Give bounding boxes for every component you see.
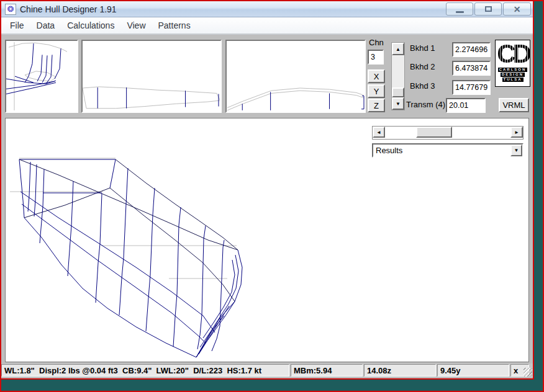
axis-z-button[interactable]: Z <box>368 99 385 112</box>
scroll-up-button[interactable]: ▲ <box>392 43 404 55</box>
close-icon: ✕ <box>514 5 521 14</box>
results-dropdown[interactable]: Results ▼ <box>372 143 524 158</box>
scroll-down-button[interactable]: ▼ <box>392 97 404 110</box>
bkhd3-label: Bkhd 3 <box>410 81 435 91</box>
chn-scrollbar[interactable]: ▲ ▼ <box>391 42 405 110</box>
dropdown-arrow-icon: ▼ <box>514 148 519 153</box>
body-plan-panel[interactable] <box>5 40 78 113</box>
status-hydrostatics: WL:1.8" Displ:2 lbs @0.04 ft3 CB:9.4" LW… <box>1 364 289 376</box>
scroll-right-button[interactable]: ► <box>510 127 523 138</box>
profile-drawing <box>83 41 220 112</box>
status-y-coordinate: 9.45y <box>437 364 509 376</box>
minimize-button[interactable] <box>446 2 473 16</box>
logo-text-carlson: CARLSON <box>498 68 528 72</box>
dropdown-button[interactable]: ▼ <box>510 145 522 156</box>
title-bar[interactable]: ❂ Chine Hull Designer 1.91 ✕ <box>1 1 533 17</box>
close-button[interactable]: ✕ <box>503 2 531 16</box>
hull-3d-view[interactable]: ◄ ► Results ▼ <box>5 118 529 362</box>
left-arrow-icon: ◄ <box>376 130 381 135</box>
app-icon: ❂ <box>5 4 16 15</box>
down-arrow-icon: ▼ <box>396 101 401 107</box>
logo-text-design: DESIGN <box>501 73 525 77</box>
bkhd2-label: Bkhd 2 <box>410 62 435 71</box>
menu-data[interactable]: Data <box>30 20 61 30</box>
maximize-icon <box>485 6 492 12</box>
menu-patterns[interactable]: Patterns <box>152 20 197 30</box>
menu-view[interactable]: View <box>120 20 152 30</box>
bkhd3-input[interactable]: 14.77679 <box>452 80 491 95</box>
client-area: Chn 3 X Y Z ▲ ▼ Bkhd 1 2.274696 Bkhd 2 6… <box>1 35 533 378</box>
status-mbm: MBm:5.94 <box>291 364 363 376</box>
bkhd2-input[interactable]: 6.473874 <box>452 61 491 76</box>
menu-file[interactable]: File <box>4 20 30 30</box>
resize-grip[interactable] <box>524 368 532 376</box>
chn-input[interactable]: 3 <box>368 50 384 65</box>
menu-bar: File Data Calculations View Patterns <box>1 17 533 35</box>
logo-text-tulsa: TULSA <box>502 78 524 82</box>
carlson-design-logo: CD CARLSON DESIGN TULSA <box>495 40 530 87</box>
maximize-button[interactable] <box>474 2 502 16</box>
vscroll-thumb[interactable] <box>392 87 404 97</box>
axis-y-button[interactable]: Y <box>368 84 385 98</box>
hscroll-thumb[interactable] <box>416 127 452 138</box>
desktop: ❂ Chine Hull Designer 1.91 ✕ File Data C… <box>0 0 544 392</box>
app-window: ❂ Chine Hull Designer 1.91 ✕ File Data C… <box>1 1 533 378</box>
window-title: Chine Hull Designer 1.91 <box>20 4 117 14</box>
bkhd1-input[interactable]: 2.274696 <box>452 42 491 57</box>
transm-label: Transm (4) <box>406 100 445 109</box>
up-arrow-icon: ▲ <box>396 47 401 52</box>
rotation-scrollbar[interactable]: ◄ ► <box>372 126 524 140</box>
scroll-left-button[interactable]: ◄ <box>373 127 385 138</box>
logo-cd-monogram: CD <box>496 40 530 68</box>
status-z-coordinate: 14.08z <box>364 364 436 376</box>
body-plan-drawing <box>6 41 77 112</box>
transm-input[interactable]: 20.01 <box>446 98 486 113</box>
plan-drawing <box>227 41 365 112</box>
chn-label: Chn <box>369 38 384 47</box>
status-bar: WL:1.8" Displ:2 lbs @0.04 ft3 CB:9.4" LW… <box>1 363 533 377</box>
results-dropdown-value: Results <box>373 146 510 155</box>
minimize-icon <box>456 11 464 13</box>
right-arrow-icon: ► <box>514 130 519 135</box>
menu-calculations[interactable]: Calculations <box>61 20 120 30</box>
axis-x-button[interactable]: X <box>368 69 385 83</box>
plan-panel[interactable] <box>225 40 366 113</box>
bkhd1-label: Bkhd 1 <box>410 43 435 53</box>
profile-panel[interactable] <box>81 40 222 113</box>
vrml-button[interactable]: VRML <box>499 98 529 112</box>
